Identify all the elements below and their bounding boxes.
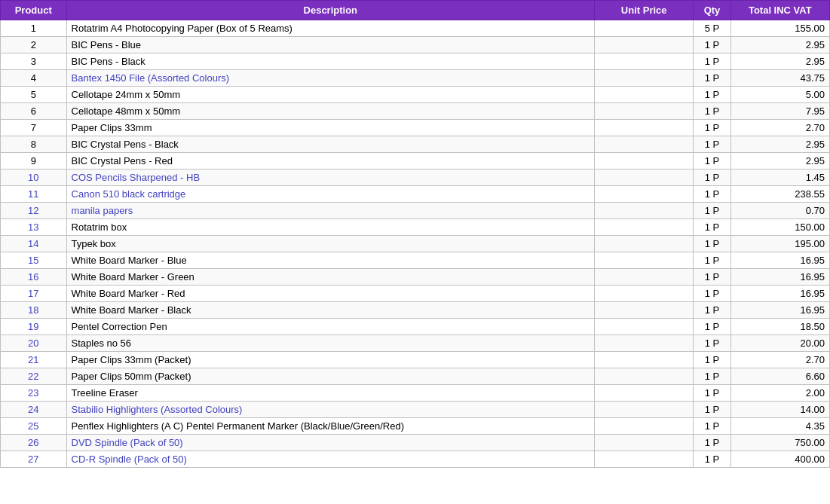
header-total: Total INC VAT [730, 1, 829, 20]
cell-total: 2.95 [730, 53, 829, 70]
qty-value: 1 [705, 255, 710, 266]
cell-unit-price [595, 252, 694, 269]
unit-value: P [710, 437, 719, 448]
description-link[interactable]: DVD Spindle (Pack of 50) [72, 437, 183, 448]
product-link[interactable]: 25 [28, 420, 38, 432]
cell-unit-price [595, 385, 694, 402]
product-link[interactable]: 20 [28, 338, 38, 349]
qty-value: 1 [705, 271, 710, 283]
product-link[interactable]: 24 [28, 404, 38, 415]
product-link[interactable]: 13 [28, 221, 38, 233]
cell-product-num: 9 [1, 153, 67, 170]
cell-total: 238.55 [730, 186, 829, 203]
cell-description: CD-R Spindle (Pack of 50) [66, 451, 594, 468]
cell-unit-price [595, 319, 694, 335]
product-link[interactable]: 11 [28, 188, 38, 200]
cell-qty: 1 P [694, 219, 730, 236]
cell-total: 16.95 [730, 302, 829, 319]
cell-description: Treeline Eraser [66, 385, 594, 402]
cell-unit-price [595, 335, 694, 352]
qty-value: 1 [705, 188, 710, 200]
qty-value: 1 [705, 56, 710, 67]
cell-unit-price [595, 236, 694, 252]
cell-description: BIC Crystal Pens - Black [66, 136, 594, 153]
table-row: 16White Board Marker - Green1 P16.95 [1, 269, 830, 286]
cell-qty: 1 P [694, 402, 730, 418]
cell-qty: 1 P [694, 418, 730, 435]
qty-value: 1 [705, 238, 710, 249]
cell-product-num: 14 [1, 236, 67, 252]
description-link[interactable]: Canon 510 black cartridge [72, 188, 186, 200]
product-link[interactable]: 18 [28, 304, 38, 316]
cell-unit-price [595, 435, 694, 451]
product-link[interactable]: 10 [28, 172, 38, 183]
product-link[interactable]: 27 [28, 454, 38, 465]
product-link[interactable]: 26 [28, 437, 38, 448]
unit-value: P [710, 221, 719, 233]
cell-product-num: 4 [1, 70, 67, 87]
product-link[interactable]: 15 [28, 255, 38, 266]
cell-product-num: 6 [1, 103, 67, 120]
cell-description: Cellotape 24mm x 50mm [66, 87, 594, 103]
cell-description: White Board Marker - Red [66, 286, 594, 302]
qty-value: 1 [705, 221, 710, 233]
cell-product-num: 15 [1, 252, 67, 269]
cell-unit-price [595, 451, 694, 468]
description-link[interactable]: manila papers [72, 205, 133, 216]
product-link[interactable]: 14 [28, 238, 38, 249]
product-link[interactable]: 17 [28, 288, 38, 299]
cell-product-num: 20 [1, 335, 67, 352]
cell-description: DVD Spindle (Pack of 50) [66, 435, 594, 451]
cell-unit-price [595, 53, 694, 70]
cell-qty: 1 P [694, 203, 730, 219]
cell-qty: 1 P [694, 120, 730, 136]
cell-qty: 1 P [694, 170, 730, 186]
qty-value: 1 [705, 89, 710, 100]
unit-value: P [710, 172, 719, 183]
product-link[interactable]: 22 [28, 371, 38, 382]
cell-unit-price [595, 103, 694, 120]
table-row: 8BIC Crystal Pens - Black1 P2.95 [1, 136, 830, 153]
product-link[interactable]: 19 [28, 321, 38, 332]
cell-qty: 1 P [694, 451, 730, 468]
cell-description: Stabilio Highlighters (Assorted Colours) [66, 402, 594, 418]
cell-product-num: 23 [1, 385, 67, 402]
table-row: 17White Board Marker - Red1 P16.95 [1, 286, 830, 302]
table-row: 2BIC Pens - Blue1 P2.95 [1, 37, 830, 53]
cell-description: Pentel Correction Pen [66, 319, 594, 335]
cell-unit-price [595, 269, 694, 286]
cell-unit-price [595, 136, 694, 153]
cell-qty: 1 P [694, 252, 730, 269]
unit-value: P [710, 205, 719, 216]
qty-value: 1 [705, 420, 710, 432]
unit-value: P [710, 139, 719, 150]
qty-value: 1 [705, 72, 710, 84]
qty-value: 1 [705, 354, 710, 365]
cell-product-num: 2 [1, 37, 67, 53]
cell-total: 0.70 [730, 203, 829, 219]
product-link[interactable]: 23 [28, 387, 38, 399]
cell-description: Paper Clips 33mm [66, 120, 594, 136]
cell-total: 1.45 [730, 170, 829, 186]
description-link[interactable]: CD-R Spindle (Pack of 50) [72, 454, 187, 465]
cell-description: Bantex 1450 File (Assorted Colours) [66, 70, 594, 87]
cell-total: 14.00 [730, 402, 829, 418]
cell-product-num: 3 [1, 53, 67, 70]
table-row: 13Rotatrim box1 P150.00 [1, 219, 830, 236]
cell-total: 155.00 [730, 20, 829, 37]
description-link[interactable]: Bantex 1450 File (Assorted Colours) [72, 72, 230, 84]
main-container: Product Description Unit Price Qty Total… [0, 0, 830, 468]
cell-total: 2.70 [730, 120, 829, 136]
cell-unit-price [595, 37, 694, 53]
cell-product-num: 8 [1, 136, 67, 153]
product-link[interactable]: 12 [28, 205, 38, 216]
cell-qty: 1 P [694, 368, 730, 385]
product-link[interactable]: 16 [28, 271, 38, 283]
description-link[interactable]: Stabilio Highlighters (Assorted Colours) [72, 404, 243, 415]
product-link[interactable]: 21 [28, 354, 38, 365]
unit-value: P [710, 155, 719, 166]
table-row: 12manila papers1 P0.70 [1, 203, 830, 219]
cell-total: 5.00 [730, 87, 829, 103]
description-link[interactable]: COS Pencils Sharpened - HB [72, 172, 201, 183]
cell-qty: 1 P [694, 319, 730, 335]
